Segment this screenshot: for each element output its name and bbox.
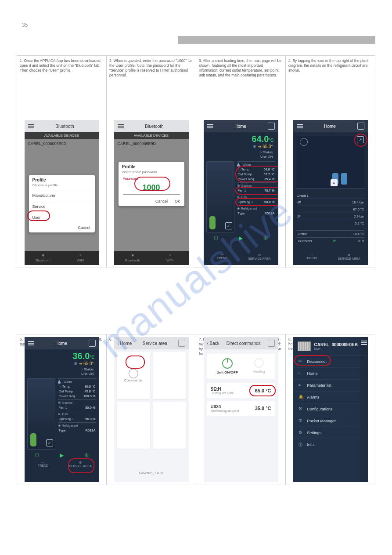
modal-title: Profile: [29, 175, 95, 183]
nav-service-area[interactable]: ⚙SERVICE AREA: [241, 252, 278, 265]
device-row[interactable]: CAREL_0000005E9D: [114, 139, 189, 149]
tile-empty: [153, 402, 186, 449]
menu-parameter-list[interactable]: ≡Parameter list: [293, 379, 368, 391]
menu-info[interactable]: ⓘInfo: [293, 439, 368, 450]
tab-wifi[interactable]: ⌔WiFi: [62, 251, 99, 265]
password-input[interactable]: 1000: [123, 181, 180, 195]
save-icon[interactable]: [178, 340, 185, 347]
back-button[interactable]: ‹ Back: [207, 341, 219, 346]
hamburger-icon[interactable]: [118, 124, 124, 128]
save-icon[interactable]: [268, 340, 275, 347]
menu-disconnect[interactable]: ✂Disconnect: [293, 355, 368, 367]
ok-button[interactable]: Ok: [175, 199, 180, 203]
menu-label: Settings: [307, 431, 322, 435]
menu-settings[interactable]: ⚙Settings: [293, 427, 368, 439]
nav-service-area[interactable]: ⚙SERVICE AREA: [331, 252, 368, 265]
label: Power Req.: [59, 394, 76, 398]
screen-title: Home: [234, 124, 246, 129]
outlet-temp-unit: °C: [90, 355, 94, 360]
pointer-icon: [129, 369, 138, 378]
param-seth[interactable]: SEtHHeating set point 65.0 °C: [207, 383, 275, 398]
label: Opening 1: [238, 200, 253, 204]
fan-icon[interactable]: ❋: [84, 452, 89, 458]
hamburger-icon[interactable]: [28, 124, 34, 128]
profile-option-manufacturer[interactable]: Manufacturer: [29, 190, 95, 201]
expand-icon[interactable]: ↗: [357, 136, 364, 143]
plant-diagram: ✓: [206, 161, 234, 232]
db-icon[interactable]: ⛁: [35, 452, 39, 458]
tile-commands[interactable]: Commands: [117, 352, 150, 399]
value: R513A: [86, 428, 96, 432]
password-modal: Profile Insert profile password Password…: [119, 162, 184, 206]
hamburger-icon[interactable]: [297, 124, 303, 128]
value: 100.0 %: [83, 394, 96, 398]
save-icon[interactable]: [357, 123, 364, 130]
nav-trend[interactable]: 〰TREND: [293, 252, 331, 265]
profile-option-service[interactable]: Service: [29, 201, 95, 212]
setpoint: 65.0°: [83, 361, 94, 366]
menu-configurations[interactable]: ⚒Configurations: [293, 403, 368, 415]
group-water: Water: [64, 380, 72, 384]
param-value: 65.0 °C: [255, 388, 271, 393]
label: Type: [238, 211, 245, 215]
user-role: User: [314, 347, 358, 350]
save-icon[interactable]: [89, 340, 96, 347]
list-icon[interactable]: ≡: [331, 179, 338, 186]
label: Fan 1: [59, 406, 67, 410]
hamburger-icon[interactable]: [361, 341, 367, 345]
tab-bluetooth[interactable]: ✱Bluetooth: [25, 251, 62, 265]
menu-label: Parameter list: [307, 383, 332, 388]
hamburger-icon[interactable]: [28, 341, 34, 345]
fan-icon[interactable]: ❋: [263, 235, 268, 241]
menu-label: Alarms: [307, 395, 320, 399]
disconnect-icon: ✂: [298, 359, 304, 364]
save-icon[interactable]: [268, 123, 275, 130]
tab-bluetooth[interactable]: ✱Bluetooth: [114, 251, 151, 265]
home-icon: ⌂: [298, 371, 304, 376]
cancel-button[interactable]: Cancel: [78, 225, 90, 230]
available-devices-header: AVAILABLE DEVICES: [114, 132, 189, 139]
param-name: SEtH: [211, 387, 234, 392]
outlet-temp: 36.0: [72, 351, 90, 361]
status-value: Unit ON: [260, 155, 273, 159]
param-u024[interactable]: U0242nd heating set point 35.0 °C: [207, 401, 275, 416]
label: Out Temp: [238, 172, 252, 176]
hamburger-icon[interactable]: [207, 124, 213, 128]
profile-modal: Profile Choose a profile Manufacturer Se…: [29, 175, 95, 232]
menu-packet-manager[interactable]: ◫Packet Manager: [293, 415, 368, 427]
nav-trend[interactable]: 〰TREND: [204, 252, 241, 265]
value: 10.4 °C: [353, 232, 364, 236]
value: 2.9 bar: [354, 214, 364, 218]
menu-alarms[interactable]: 🔔Alarms: [293, 391, 368, 403]
cancel-button[interactable]: Cancel: [155, 199, 168, 203]
back-button[interactable]: ‹ Home: [118, 341, 132, 346]
caption-4: 4. By tapping the icon in the top right …: [288, 58, 372, 120]
label: HP: [297, 200, 301, 204]
tab-wifi[interactable]: ⌔WiFi: [151, 251, 189, 265]
setpoint: 65.0°: [263, 144, 273, 149]
tile-label: Commands: [124, 378, 142, 382]
profile-option-user[interactable]: User: [29, 212, 95, 223]
diagram-detail-icon[interactable]: ✓: [225, 222, 232, 229]
nav-trend[interactable]: 〰TREND: [25, 459, 62, 472]
power-icon[interactable]: [222, 358, 233, 369]
menu-home[interactable]: ⌂Home: [293, 367, 368, 379]
value: 70 h: [358, 239, 364, 243]
tile-empty: [153, 352, 186, 399]
play-icon[interactable]: ▶: [239, 235, 243, 241]
label: Opening 1: [59, 417, 74, 421]
label: Suction: [297, 232, 308, 236]
nav-service-area[interactable]: ⚙SERVICE AREA: [62, 459, 99, 472]
screen-title: Direct commands: [227, 341, 261, 346]
play-icon[interactable]: ▶: [60, 452, 64, 458]
diagram-detail-icon[interactable]: ✓: [46, 439, 53, 446]
row2: 5. To open/close windows for setting the…: [17, 334, 375, 485]
label: LP: [297, 214, 301, 218]
db-icon[interactable]: ⛁: [214, 235, 218, 241]
device-row[interactable]: CAREL_0000005E9D: [25, 139, 99, 149]
value: 45.8 °C: [84, 389, 95, 393]
package-icon: ◫: [298, 418, 304, 424]
group-exv: ExV: [241, 195, 248, 199]
value: R513A: [265, 211, 275, 215]
value: 19.4 bar: [352, 200, 364, 204]
